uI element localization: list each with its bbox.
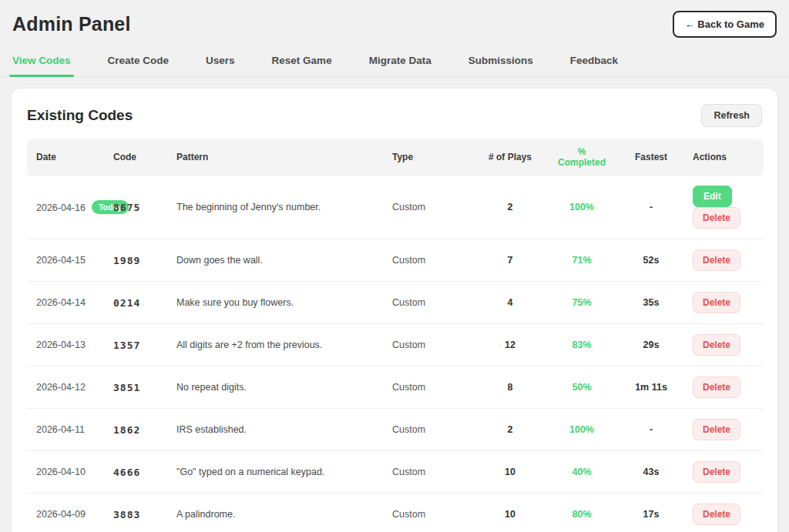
card-header: Existing Codes Refresh — [27, 104, 762, 127]
actions-cell: Delete — [683, 324, 764, 366]
codes-table: Date Code Pattern Type # of Plays % Comp… — [27, 139, 764, 532]
actions-cell: Delete — [683, 366, 764, 409]
delete-button[interactable]: Delete — [693, 207, 740, 229]
existing-codes-card: Existing Codes Refresh Date Code Pattern… — [11, 88, 778, 532]
completed-cell: 83% — [545, 324, 619, 366]
pattern-cell: IRS established. — [167, 409, 383, 451]
completed-cell: 71% — [545, 239, 619, 282]
page-title: Admin Panel — [12, 13, 131, 35]
fastest-cell: 1m 11s — [619, 366, 683, 409]
delete-button[interactable]: Delete — [693, 461, 740, 483]
tab-view-codes[interactable]: View Codes — [11, 50, 72, 76]
plays-cell: 8 — [475, 366, 545, 409]
tab-submissions[interactable]: Submissions — [467, 50, 535, 76]
table-header: Date Code Pattern Type # of Plays % Comp… — [27, 139, 764, 176]
code-cell: 4666 — [104, 451, 167, 494]
fastest-cell: 52s — [619, 239, 683, 282]
pattern-cell: All digits are +2 from the previous. — [167, 324, 383, 366]
plays-cell: 2 — [475, 176, 545, 239]
table-row: 2026-04-104666"Go" typed on a numerical … — [27, 451, 764, 494]
plays-cell: 7 — [475, 239, 545, 282]
actions-cell: Delete — [683, 494, 764, 532]
fastest-cell: - — [619, 409, 683, 451]
completed-cell: 100% — [545, 409, 619, 451]
delete-button[interactable]: Delete — [693, 419, 740, 440]
date-cell: 2026-04-16Today — [27, 176, 104, 239]
refresh-button[interactable]: Refresh — [701, 104, 762, 127]
delete-button[interactable]: Delete — [693, 334, 740, 356]
tab-create-code[interactable]: Create Code — [106, 50, 171, 76]
date-value: 2026-04-09 — [36, 509, 86, 520]
type-cell: Custom — [383, 409, 475, 451]
date-value: 2026-04-11 — [36, 424, 85, 435]
date-value: 2026-04-15 — [36, 255, 86, 266]
date-value: 2026-04-12 — [36, 382, 86, 393]
delete-button[interactable]: Delete — [693, 249, 740, 271]
actions-cell: Delete — [683, 239, 764, 282]
tab-feedback[interactable]: Feedback — [569, 50, 619, 76]
completed-cell: 100% — [545, 176, 619, 239]
date-value: 2026-04-14 — [36, 297, 86, 308]
tab-migrate-data[interactable]: Migrate Data — [368, 50, 433, 76]
tab-users[interactable]: Users — [204, 50, 237, 76]
date-cell: 2026-04-14 — [27, 282, 104, 324]
pattern-cell: Down goes the wall. — [167, 239, 383, 282]
back-to-game-button[interactable]: ← Back to Game — [673, 11, 777, 38]
fastest-cell: 17s — [619, 494, 683, 532]
table-row: 2026-04-093883A palindrome.Custom1080%17… — [27, 494, 764, 532]
type-cell: Custom — [383, 282, 475, 324]
table-row: 2026-04-16Today8675The beginning of Jenn… — [27, 176, 764, 239]
code-cell: 3851 — [104, 366, 167, 409]
card-title: Existing Codes — [27, 107, 133, 124]
column-header-completed: % Completed — [545, 139, 619, 176]
type-cell: Custom — [383, 366, 475, 409]
tab-bar: View CodesCreate CodeUsersReset GameMigr… — [0, 42, 789, 77]
table-row: 2026-04-131357All digits are +2 from the… — [27, 324, 764, 366]
actions-cell: Delete — [683, 451, 764, 494]
actions-cell: Delete — [683, 409, 764, 451]
date-cell: 2026-04-13 — [27, 324, 104, 366]
code-cell: 8675 — [104, 176, 167, 239]
date-cell: 2026-04-10 — [27, 451, 104, 494]
date-cell: 2026-04-11 — [27, 409, 104, 451]
code-cell: 1357 — [104, 324, 167, 366]
column-header-fastest: Fastest — [619, 139, 683, 176]
table-row: 2026-04-123851No repeat digits.Custom850… — [27, 366, 764, 409]
column-header-code: Code — [104, 139, 167, 176]
delete-button[interactable]: Delete — [693, 504, 740, 525]
column-header-date: Date — [27, 139, 104, 176]
column-header-type: Type — [383, 139, 475, 176]
pattern-cell: No repeat digits. — [167, 366, 383, 409]
completed-cell: 80% — [545, 494, 619, 532]
completed-cell: 50% — [545, 366, 619, 409]
type-cell: Custom — [383, 451, 475, 494]
column-header-pattern: Pattern — [167, 139, 383, 176]
pattern-cell: The beginning of Jenny's number. — [167, 176, 383, 239]
completed-cell: 75% — [545, 282, 619, 324]
table-row: 2026-04-140214Make sure you buy flowers.… — [27, 282, 764, 324]
pattern-cell: "Go" typed on a numerical keypad. — [167, 451, 383, 494]
fastest-cell: 35s — [619, 282, 683, 324]
plays-cell: 10 — [475, 494, 545, 532]
type-cell: Custom — [383, 176, 475, 239]
delete-button[interactable]: Delete — [693, 292, 740, 313]
column-header-actions: Actions — [683, 139, 764, 176]
type-cell: Custom — [383, 324, 475, 366]
plays-cell: 10 — [475, 451, 545, 494]
codes-table-body: 2026-04-16Today8675The beginning of Jenn… — [27, 176, 764, 532]
fastest-cell: 29s — [619, 324, 683, 366]
code-cell: 1862 — [104, 409, 167, 451]
code-cell: 1989 — [104, 239, 167, 282]
pattern-cell: A palindrome. — [167, 494, 383, 532]
date-value: 2026-04-10 — [36, 467, 86, 477]
fastest-cell: - — [619, 176, 683, 239]
actions-cell: EditDelete — [683, 176, 764, 239]
edit-button[interactable]: Edit — [693, 186, 732, 207]
fastest-cell: 43s — [619, 451, 683, 494]
completed-cell: 40% — [545, 451, 619, 494]
plays-cell: 4 — [475, 282, 545, 324]
delete-button[interactable]: Delete — [693, 376, 740, 398]
table-row: 2026-04-111862IRS established.Custom2100… — [27, 409, 764, 451]
tab-reset-game[interactable]: Reset Game — [270, 50, 334, 76]
pattern-cell: Make sure you buy flowers. — [167, 282, 383, 324]
